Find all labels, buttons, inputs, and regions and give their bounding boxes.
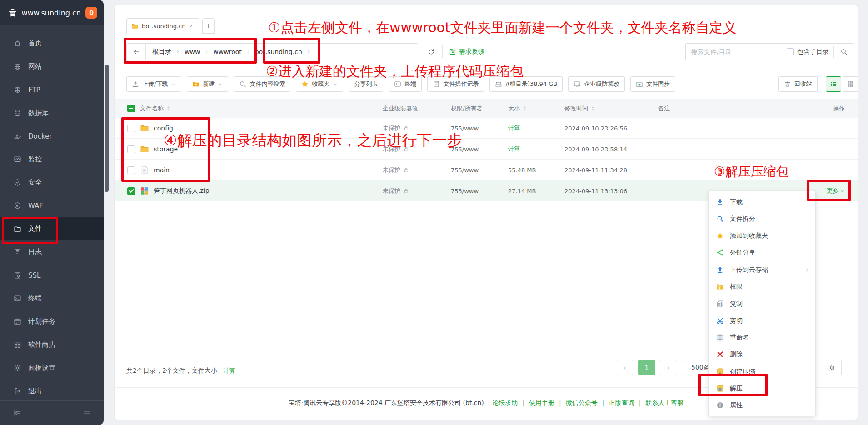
sidebar-item-首页[interactable]: 首页 — [0, 32, 104, 55]
refresh-button[interactable] — [423, 43, 440, 60]
menu-item-复制[interactable]: 复制 — [709, 295, 815, 312]
zip-icon — [140, 186, 149, 195]
sidebar-item-安全[interactable]: 安全 — [0, 171, 104, 194]
calc-size-link[interactable]: 计算 — [508, 139, 520, 160]
sidebar-item-label: 面板设置 — [28, 364, 55, 372]
menu-item-下载[interactable]: 下载 — [709, 194, 815, 210]
row-checkbox[interactable] — [127, 145, 135, 153]
message-count-badge[interactable]: 0 — [85, 7, 97, 19]
pagination-page-1[interactable]: 1 — [638, 360, 655, 375]
toolbar-button-企业级防篡改[interactable]: 企业级防篡改 — [568, 76, 625, 92]
menu-item-删除[interactable]: 删除 — [709, 346, 815, 363]
sidebar-header: www.sunding.cn 0 — [0, 0, 104, 25]
sidebar-item-面板设置[interactable]: 面板设置 — [0, 356, 104, 380]
sidebar-item-软件商店[interactable]: 软件商店 — [0, 333, 104, 356]
scrollbar-thumb[interactable] — [105, 65, 109, 192]
back-button[interactable] — [127, 44, 146, 60]
waf-icon — [14, 202, 21, 210]
sidebar-item-Docker[interactable]: Docker — [0, 125, 104, 148]
divider — [442, 45, 443, 58]
menu-item-文件拆分[interactable]: 文件拆分 — [709, 210, 815, 227]
toolbar-button-文件同步[interactable]: 文件同步 — [630, 76, 675, 92]
sidebar-item-FTP[interactable]: FTP — [0, 78, 104, 101]
include-subdir-checkbox[interactable] — [787, 48, 794, 55]
chevron-down-icon — [333, 82, 338, 87]
breadcrumb-segment-wwwroot[interactable]: wwwroot — [213, 48, 241, 55]
menu-item-属性[interactable]: 属性 — [709, 397, 815, 414]
grid-view-button[interactable] — [843, 76, 858, 92]
col-filename[interactable]: 文件名称 — [140, 105, 164, 113]
sidebar-item-退出[interactable]: 退出 — [0, 380, 104, 403]
row-checkbox[interactable] — [127, 187, 135, 195]
file-name[interactable]: config — [154, 125, 173, 132]
perm-owner: 755/www — [451, 180, 479, 201]
search-input[interactable] — [691, 48, 787, 55]
sidebar-item-文件[interactable]: 文件 — [0, 217, 104, 240]
recycle-bin-button[interactable]: 回收站 — [778, 76, 818, 92]
col-mtime[interactable]: 修改时间 — [564, 105, 588, 113]
toolbar-button-新建[interactable]: 新建 — [187, 76, 228, 92]
select-all-checkbox[interactable] — [127, 105, 135, 112]
terminal-icon — [14, 295, 21, 302]
folder-plus-icon — [192, 80, 200, 88]
sort-icon[interactable] — [590, 105, 596, 111]
tab-bot-sunding[interactable]: bot.sunding.cn — [126, 18, 199, 34]
annotation-step2: ②进入新建的文件夹，上传程序代码压缩包 — [266, 64, 524, 80]
sidebar-item-label: 计划任务 — [28, 317, 55, 326]
pagination-next-button[interactable]: › — [660, 360, 677, 375]
menu-item-权限[interactable]: 权限 — [709, 278, 815, 295]
menu-item-外链分享[interactable]: 外链分享 — [709, 244, 815, 261]
menu-item-剪切[interactable]: 剪切 — [709, 312, 815, 329]
sidebar-item-网站[interactable]: 网站 — [0, 55, 104, 78]
sidebar-item-日志[interactable]: 日志 — [0, 240, 104, 264]
sort-icon[interactable] — [165, 105, 171, 111]
row-checkbox[interactable] — [127, 166, 135, 174]
table-header: 文件名称 企业级防篡改 权限/所有者 大小 修改时间 备注 操作 — [115, 99, 858, 118]
pagination-prev-button[interactable]: ‹ — [617, 360, 633, 375]
collapse-sidebar-icon[interactable] — [13, 409, 21, 417]
breadcrumb-segment-bot.sunding.cn[interactable]: bot.sunding.cn — [255, 48, 302, 55]
menu-item-重命名[interactable]: 重命名 — [709, 329, 815, 346]
sidebar-item-监控[interactable]: 监控 — [0, 148, 104, 171]
col-size[interactable]: 大小 — [508, 105, 520, 113]
annotation-step4: ④解压的目录结构如图所示，之后进行下一步 — [164, 132, 462, 149]
row-checkbox[interactable] — [127, 125, 135, 132]
menu-item-上传到云存储[interactable]: 上传到云存储 — [709, 261, 815, 278]
search-icon — [840, 48, 848, 55]
menu-item-添加到收藏夹[interactable]: 添加到收藏夹 — [709, 227, 815, 244]
toolbar-button-上传/下载[interactable]: 上传/下载 — [126, 76, 181, 92]
sidebar: www.sunding.cn 0 首页网站FTP数据库Docker监控安全WAF… — [0, 0, 104, 425]
footer-link-使用手册[interactable]: 使用手册 — [529, 399, 554, 406]
sidebar-item-WAF[interactable]: WAF — [0, 194, 104, 217]
add-tab-button[interactable] — [202, 18, 215, 34]
footer-link-联系人工客服[interactable]: 联系人工客服 — [645, 399, 683, 406]
chev-right-icon — [204, 49, 209, 54]
footer-link-正版查询[interactable]: 正版查询 — [609, 399, 634, 406]
close-tab-icon[interactable] — [189, 23, 194, 29]
sidebar-item-终端[interactable]: 终端 — [0, 287, 104, 310]
logout-icon — [14, 387, 21, 395]
menu-item-创建压缩[interactable]: 创建压缩 — [709, 363, 815, 380]
feedback-link[interactable]: 需求反馈 — [449, 43, 484, 60]
chevron-down-icon — [218, 82, 223, 87]
search-button[interactable] — [834, 44, 854, 60]
plus-icon — [205, 23, 211, 29]
menu-item-解压[interactable]: 解压 — [709, 380, 815, 397]
database-icon — [14, 109, 21, 117]
calc-size-link[interactable]: 计算 — [223, 367, 235, 374]
breadcrumb-segment-根目录[interactable]: 根目录 — [152, 48, 171, 56]
sidebar-item-SSL[interactable]: SSL — [0, 264, 104, 287]
footer-link-微信公众号[interactable]: 微信公众号 — [566, 399, 598, 406]
sort-icon[interactable] — [522, 105, 528, 111]
file-name[interactable]: 笋丁网页机器人.zip — [154, 187, 210, 195]
footer-link-论坛求助[interactable]: 论坛求助 — [492, 399, 518, 406]
sidebar-item-数据库[interactable]: 数据库 — [0, 101, 104, 125]
list-view-button[interactable] — [826, 76, 841, 92]
file-manager-card: bot.sunding.cn 根目录wwwwwwrootbot.sunding.… — [115, 5, 858, 420]
menu-list-icon[interactable] — [83, 409, 91, 417]
sidebar-item-计划任务[interactable]: 计划任务 — [0, 310, 104, 333]
file-name[interactable]: main — [154, 166, 170, 174]
breadcrumb-segment-www[interactable]: www — [185, 48, 200, 55]
more-actions-button[interactable]: 更多 — [827, 187, 845, 195]
calc-size-link[interactable]: 计算 — [508, 118, 520, 139]
